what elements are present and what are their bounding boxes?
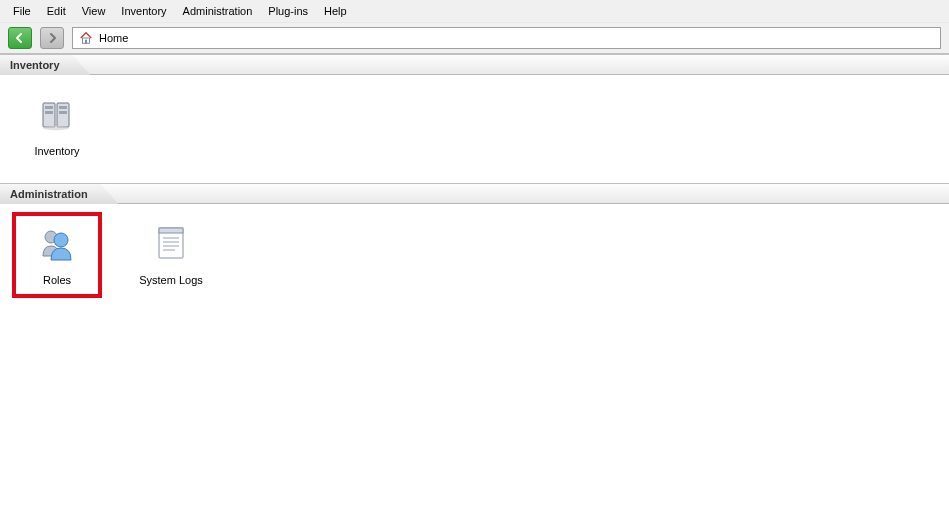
inventory-item-label: Inventory: [34, 145, 79, 157]
menu-help[interactable]: Help: [317, 3, 354, 19]
svg-rect-6: [45, 111, 53, 114]
svg-point-10: [54, 233, 68, 247]
svg-rect-12: [159, 228, 183, 233]
toolbar: Home: [0, 23, 949, 54]
arrow-right-icon: [46, 32, 58, 44]
arrow-left-icon: [14, 32, 26, 44]
address-text: Home: [99, 32, 128, 44]
roles-icon: [37, 224, 77, 264]
svg-point-8: [43, 126, 69, 130]
system-logs-item-label: System Logs: [139, 274, 203, 286]
menu-inventory[interactable]: Inventory: [114, 3, 173, 19]
svg-rect-1: [85, 40, 87, 44]
forward-button[interactable]: [40, 27, 64, 49]
menu-file[interactable]: File: [6, 3, 38, 19]
menu-plugins[interactable]: Plug-ins: [261, 3, 315, 19]
section-header: Inventory: [0, 55, 949, 75]
highlight-box: Roles: [12, 212, 102, 298]
inventory-icon: [37, 95, 77, 135]
section-tab-administration: Administration: [0, 184, 119, 204]
home-icon: [79, 31, 93, 45]
roles-item-label: Roles: [43, 274, 71, 286]
back-button[interactable]: [8, 27, 32, 49]
svg-rect-4: [45, 106, 53, 109]
roles-item[interactable]: Roles: [22, 222, 92, 286]
menu-edit[interactable]: Edit: [40, 3, 73, 19]
svg-rect-5: [59, 106, 67, 109]
inventory-item[interactable]: Inventory: [22, 93, 92, 157]
system-logs-icon: [153, 224, 189, 264]
system-logs-item[interactable]: System Logs: [136, 222, 206, 286]
section-header: Administration: [0, 184, 949, 204]
menu-view[interactable]: View: [75, 3, 113, 19]
section-body: Inventory: [0, 75, 949, 183]
svg-rect-7: [59, 111, 67, 114]
address-bar[interactable]: Home: [72, 27, 941, 49]
menu-administration[interactable]: Administration: [176, 3, 260, 19]
section-tab-inventory: Inventory: [0, 55, 91, 75]
section-body: Roles System Logs: [0, 204, 949, 312]
menu-bar: File Edit View Inventory Administration …: [0, 0, 949, 23]
section-inventory: Inventory Inventory: [0, 54, 949, 183]
section-administration: Administration Roles: [0, 183, 949, 312]
